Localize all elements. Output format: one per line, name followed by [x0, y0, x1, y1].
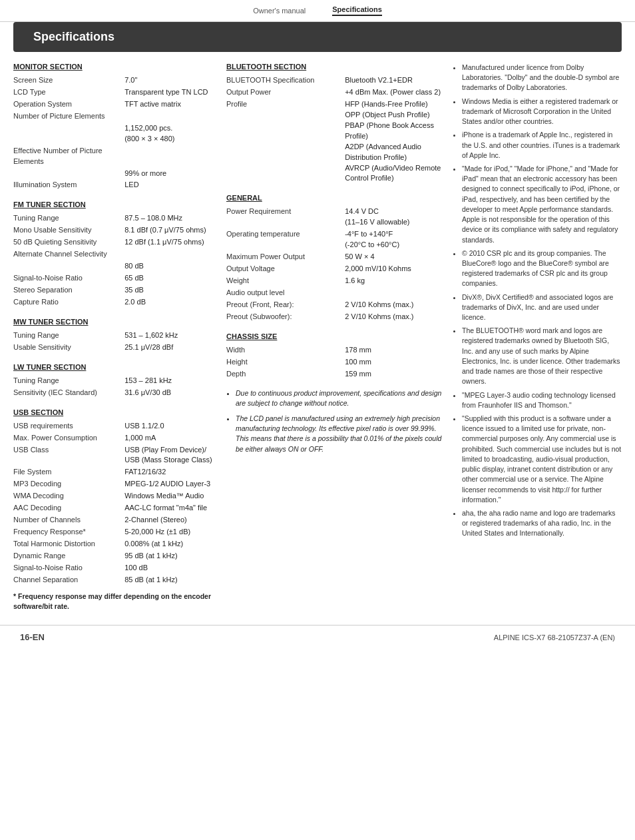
table-row: Number of Picture Elements	[13, 111, 216, 123]
list-item: "Made for iPod," "Made for iPhone," and …	[462, 164, 622, 245]
table-row: Tuning Range153 – 281 kHz	[13, 375, 216, 387]
usb-note: * Frequency response may differ dependin…	[13, 592, 216, 612]
notes-list: Due to continuous product improvement, s…	[226, 388, 442, 454]
table-row: Capture Ratio2.0 dB	[13, 296, 216, 308]
table-row: 80 dB	[13, 260, 216, 272]
page-number: 16-EN	[20, 632, 45, 642]
general-table: Power Requirement14.4 V DC(11–16 V allow…	[226, 206, 442, 322]
table-row: Preout (Subwoofer):2 V/10 Kohms (max.)	[226, 311, 442, 323]
table-row: Audio output level	[226, 287, 442, 299]
chassis-heading: CHASSIS SIZE	[226, 332, 442, 340]
title-banner: Specifications	[13, 22, 622, 52]
table-row: Height100 mm	[226, 356, 442, 368]
table-row: Dynamic Range95 dB (at 1 kHz)	[13, 550, 216, 562]
table-row: Max. Power Consumption1,000 mA	[13, 432, 216, 444]
monitor-heading: MONITOR SECTION	[13, 63, 216, 71]
lw-tuner-heading: LW TUNER SECTION	[13, 363, 216, 371]
table-row: Preout (Front, Rear):2 V/10 Kohms (max.)	[226, 299, 442, 311]
table-row: Operation SystemTFT active matrix	[13, 99, 216, 111]
table-row: Number of Channels2-Channel (Stereo)	[13, 514, 216, 526]
table-row: File SystemFAT12/16/32	[13, 466, 216, 478]
table-row: 1,152,000 pcs.(800 × 3 × 480)	[13, 123, 216, 145]
table-row: Depth159 mm	[226, 368, 442, 380]
mw-tuner-heading: MW TUNER SECTION	[13, 318, 216, 326]
top-nav: Owner's manual Specifications	[0, 0, 635, 22]
table-row: Sensitivity (IEC Standard)31.6 μV/30 dB	[13, 387, 216, 399]
table-row: Tuning Range531 – 1,602 kHz	[13, 330, 216, 342]
table-row: Usable Sensitivity25.1 μV/28 dBf	[13, 342, 216, 354]
table-row: Frequency Response*5-20,000 Hz (±1 dB)	[13, 526, 216, 538]
nav-item-manual[interactable]: Owner's manual	[253, 7, 306, 15]
bluetooth-table: BLUETOOTH SpecificationBluetooth V2.1+ED…	[226, 75, 442, 185]
table-row: WMA DecodingWindows Media™ Audio	[13, 490, 216, 502]
table-row: Signal-to-Noise Ratio100 dB	[13, 562, 216, 574]
list-item: The BLUETOOTH® word mark and logos are r…	[462, 326, 622, 386]
usb-heading: USB SECTION	[13, 408, 216, 416]
fm-tuner-heading: FM TUNER SECTION	[13, 201, 216, 209]
table-row: Maximum Power Output50 W × 4	[226, 251, 442, 263]
table-row: Output Power+4 dBm Max. (Power class 2)	[226, 87, 442, 99]
table-row: Effective Number of Picture Elements	[13, 145, 216, 168]
middle-column: BLUETOOTH SECTION BLUETOOTH Specificatio…	[226, 63, 453, 612]
table-row: BLUETOOTH SpecificationBluetooth V2.1+ED…	[226, 75, 442, 87]
right-bullets-list: Manufactured under licence from Dolby La…	[453, 63, 622, 539]
table-row: Screen Size7.0"	[13, 75, 216, 87]
note-item-2: The LCD panel is manufactured using an e…	[236, 414, 442, 454]
model-number: ALPINE ICS-X7 68-21057Z37-A (EN)	[494, 633, 615, 641]
table-row: 99% or more	[13, 168, 216, 180]
table-row: Output Voltage2,000 mV/10 Kohms	[226, 263, 442, 275]
table-row: AAC DecodingAAC-LC format "m4a" file	[13, 502, 216, 514]
list-item: Windows Media is either a registered tra…	[462, 97, 622, 127]
bluetooth-heading: BLUETOOTH SECTION	[226, 63, 442, 71]
monitor-table: Screen Size7.0" LCD TypeTransparent type…	[13, 75, 216, 191]
table-row: USB ClassUSB (Play From Device)/USB (Mas…	[13, 444, 216, 467]
table-row: Tuning Range87.5 – 108.0 MHz	[13, 212, 216, 224]
table-row: Mono Usable Sensitivity8.1 dBf (0.7 μV/7…	[13, 224, 216, 236]
list-item: DivX®, DivX Certified® and associated lo…	[462, 292, 622, 323]
page-footer: 16-EN ALPINE ICS-X7 68-21057Z37-A (EN)	[0, 625, 635, 649]
table-row: USB requirementsUSB 1.1/2.0	[13, 420, 216, 432]
left-column: MONITOR SECTION Screen Size7.0" LCD Type…	[13, 63, 226, 612]
table-row: Illumination SystemLED	[13, 179, 216, 191]
list-item: © 2010 CSR plc and its group companies. …	[462, 248, 622, 289]
table-row: Width178 mm	[226, 344, 442, 356]
table-row: Channel Separation85 dB (at 1 kHz)	[13, 574, 216, 586]
mw-tuner-table: Tuning Range531 – 1,602 kHz Usable Sensi…	[13, 330, 216, 354]
table-row: MP3 DecodingMPEG-1/2 AUDIO Layer-3	[13, 478, 216, 490]
usb-table: USB requirementsUSB 1.1/2.0 Max. Power C…	[13, 420, 216, 586]
right-column: Manufactured under licence from Dolby La…	[453, 63, 622, 612]
table-row: Profile HFP (Hands-Free Profile)OPP (Obj…	[226, 99, 442, 185]
list-item: aha, the aha radio name and logo are tra…	[462, 508, 622, 539]
list-item: Manufactured under licence from Dolby La…	[462, 63, 622, 93]
chassis-table: Width178 mm Height100 mm Depth159 mm	[226, 344, 442, 380]
list-item: "Supplied with this product is a softwar…	[462, 414, 622, 505]
nav-item-specs[interactable]: Specifications	[332, 5, 382, 16]
table-row: LCD TypeTransparent type TN LCD	[13, 87, 216, 99]
general-heading: GENERAL	[226, 194, 442, 202]
table-row: Power Requirement14.4 V DC(11–16 V allow…	[226, 206, 442, 228]
list-item: iPhone is a trademark of Apple Inc., reg…	[462, 130, 622, 161]
table-row: Total Harmonic Distortion0.008% (at 1 kH…	[13, 538, 216, 550]
note-item-1: Due to continuous product improvement, s…	[236, 388, 442, 408]
fm-tuner-table: Tuning Range87.5 – 108.0 MHz Mono Usable…	[13, 212, 216, 308]
lw-tuner-table: Tuning Range153 – 281 kHz Sensitivity (I…	[13, 375, 216, 399]
table-row: Alternate Channel Selectivity	[13, 248, 216, 260]
list-item: "MPEG Layer-3 audio coding technology li…	[462, 390, 622, 410]
table-row: Operating temperature-4°F to +140°F(-20°…	[226, 228, 442, 251]
table-row: Weight1.6 kg	[226, 275, 442, 287]
table-row: 50 dB Quieting Sensitivity12 dBf (1.1 μV…	[13, 236, 216, 248]
table-row: Signal-to-Noise Ratio65 dB	[13, 272, 216, 284]
table-row: Stereo Separation35 dB	[13, 284, 216, 296]
